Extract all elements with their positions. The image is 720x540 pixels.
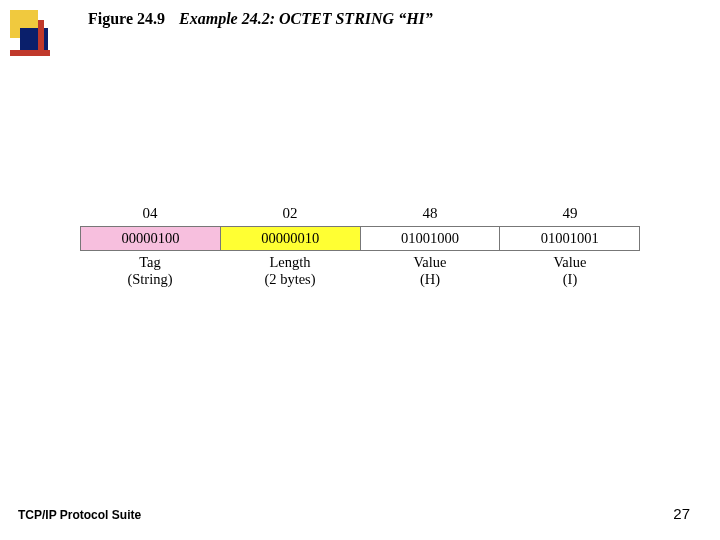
figure-caption: Example 24.2: OCTET STRING “HI” — [179, 10, 433, 28]
hex-cell: 49 — [500, 205, 640, 222]
binary-cell-value: 01001001 — [500, 227, 639, 250]
hex-cell: 02 — [220, 205, 360, 222]
figure-number: Figure 24.9 — [88, 10, 165, 28]
page-number: 27 — [673, 505, 690, 522]
binary-row: 00000100 00000010 01001000 01001001 — [80, 226, 640, 251]
svg-rect-3 — [38, 20, 44, 56]
hex-cell: 04 — [80, 205, 220, 222]
hex-cell: 48 — [360, 205, 500, 222]
label-cell: Value — [500, 254, 640, 271]
footer-text: TCP/IP Protocol Suite — [18, 508, 141, 522]
hex-row: 04 02 48 49 — [80, 205, 640, 222]
label-cell: (2 bytes) — [220, 271, 360, 288]
binary-cell-tag: 00000100 — [81, 227, 221, 250]
label-cell: Tag — [80, 254, 220, 271]
figure-title: Figure 24.9 Example 24.2: OCTET STRING “… — [88, 10, 433, 28]
label-cell: Value — [360, 254, 500, 271]
label-row-1: Tag Length Value Value — [80, 254, 640, 271]
label-cell: (H) — [360, 271, 500, 288]
slide-corner-decoration — [10, 10, 60, 70]
label-row-2: (String) (2 bytes) (H) (I) — [80, 271, 640, 288]
octet-string-diagram: 04 02 48 49 00000100 00000010 01001000 0… — [80, 205, 640, 288]
label-cell: Length — [220, 254, 360, 271]
label-cell: (String) — [80, 271, 220, 288]
binary-cell-value: 01001000 — [361, 227, 501, 250]
label-cell: (I) — [500, 271, 640, 288]
binary-cell-length: 00000010 — [221, 227, 361, 250]
